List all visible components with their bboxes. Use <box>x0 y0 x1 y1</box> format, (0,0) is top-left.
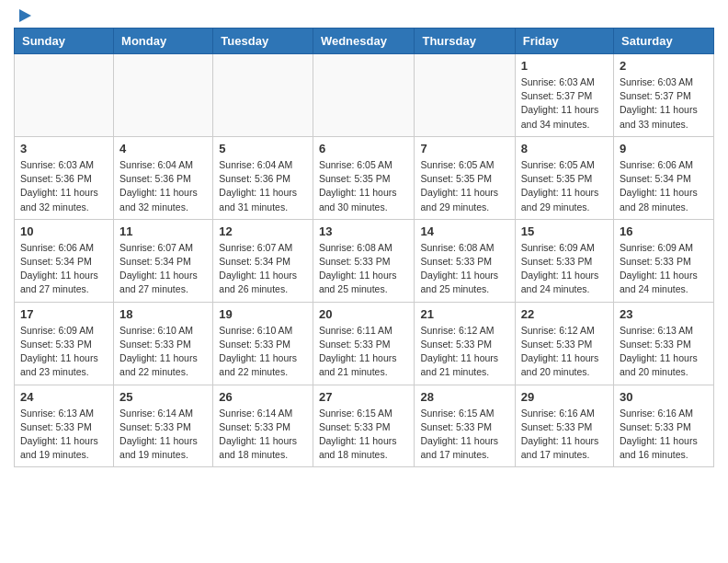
day-number: 16 <box>620 224 708 238</box>
calendar-day-cell: 12Sunrise: 6:07 AM Sunset: 5:34 PM Dayli… <box>213 219 313 302</box>
page-header <box>14 9 714 20</box>
calendar-week-row: 3Sunrise: 6:03 AM Sunset: 5:36 PM Daylig… <box>15 136 714 219</box>
day-number: 27 <box>319 390 409 404</box>
day-number: 7 <box>420 142 508 155</box>
calendar-day-cell: 3Sunrise: 6:03 AM Sunset: 5:36 PM Daylig… <box>15 136 114 219</box>
day-number: 21 <box>420 307 508 321</box>
day-info: Sunrise: 6:11 AM Sunset: 5:33 PM Dayligh… <box>319 324 409 380</box>
calendar-day-cell: 20Sunrise: 6:11 AM Sunset: 5:33 PM Dayli… <box>313 302 415 385</box>
calendar-day-cell: 29Sunrise: 6:16 AM Sunset: 5:33 PM Dayli… <box>515 385 613 467</box>
calendar-day-cell: 23Sunrise: 6:13 AM Sunset: 5:33 PM Dayli… <box>614 302 714 385</box>
logo-icon <box>15 7 31 24</box>
calendar-day-cell: 15Sunrise: 6:09 AM Sunset: 5:33 PM Dayli… <box>515 219 613 302</box>
day-info: Sunrise: 6:09 AM Sunset: 5:33 PM Dayligh… <box>620 241 708 297</box>
day-info: Sunrise: 6:14 AM Sunset: 5:33 PM Dayligh… <box>219 407 307 463</box>
calendar-day-cell: 7Sunrise: 6:05 AM Sunset: 5:35 PM Daylig… <box>415 136 515 219</box>
day-number: 17 <box>20 307 108 321</box>
calendar-week-row: 10Sunrise: 6:06 AM Sunset: 5:34 PM Dayli… <box>15 219 714 302</box>
calendar-day-cell <box>313 54 415 137</box>
day-info: Sunrise: 6:16 AM Sunset: 5:33 PM Dayligh… <box>521 407 608 463</box>
calendar-day-cell: 4Sunrise: 6:04 AM Sunset: 5:36 PM Daylig… <box>114 136 213 219</box>
day-number: 25 <box>119 390 207 404</box>
day-number: 28 <box>420 390 508 404</box>
day-number: 3 <box>20 142 108 155</box>
calendar-day-cell: 5Sunrise: 6:04 AM Sunset: 5:36 PM Daylig… <box>213 136 313 219</box>
day-info: Sunrise: 6:05 AM Sunset: 5:35 PM Dayligh… <box>420 158 508 214</box>
day-info: Sunrise: 6:16 AM Sunset: 5:33 PM Dayligh… <box>620 407 708 463</box>
weekday-header: Wednesday <box>313 29 415 54</box>
day-info: Sunrise: 6:05 AM Sunset: 5:35 PM Dayligh… <box>319 158 409 214</box>
calendar-day-cell: 19Sunrise: 6:10 AM Sunset: 5:33 PM Dayli… <box>213 302 313 385</box>
day-info: Sunrise: 6:10 AM Sunset: 5:33 PM Dayligh… <box>119 324 207 380</box>
day-number: 23 <box>620 307 708 321</box>
calendar-day-cell: 30Sunrise: 6:16 AM Sunset: 5:33 PM Dayli… <box>614 385 714 467</box>
calendar-header-row: SundayMondayTuesdayWednesdayThursdayFrid… <box>15 29 714 54</box>
calendar-day-cell: 8Sunrise: 6:05 AM Sunset: 5:35 PM Daylig… <box>515 136 613 219</box>
day-info: Sunrise: 6:12 AM Sunset: 5:33 PM Dayligh… <box>521 324 608 380</box>
calendar-day-cell: 27Sunrise: 6:15 AM Sunset: 5:33 PM Dayli… <box>313 385 415 467</box>
day-info: Sunrise: 6:09 AM Sunset: 5:33 PM Dayligh… <box>20 324 108 380</box>
calendar-week-row: 17Sunrise: 6:09 AM Sunset: 5:33 PM Dayli… <box>15 302 714 385</box>
day-number: 11 <box>119 224 207 238</box>
day-info: Sunrise: 6:06 AM Sunset: 5:34 PM Dayligh… <box>620 158 708 214</box>
day-info: Sunrise: 6:08 AM Sunset: 5:33 PM Dayligh… <box>319 241 409 297</box>
day-number: 26 <box>219 390 307 404</box>
day-info: Sunrise: 6:14 AM Sunset: 5:33 PM Dayligh… <box>119 407 207 463</box>
day-info: Sunrise: 6:07 AM Sunset: 5:34 PM Dayligh… <box>119 241 207 297</box>
day-number: 19 <box>219 307 307 321</box>
day-number: 12 <box>219 224 307 238</box>
weekday-header: Friday <box>515 29 613 54</box>
day-info: Sunrise: 6:03 AM Sunset: 5:37 PM Dayligh… <box>521 75 608 132</box>
calendar-day-cell: 26Sunrise: 6:14 AM Sunset: 5:33 PM Dayli… <box>213 385 313 467</box>
weekday-header: Sunday <box>15 29 114 54</box>
day-number: 18 <box>119 307 207 321</box>
calendar-week-row: 1Sunrise: 6:03 AM Sunset: 5:37 PM Daylig… <box>15 54 714 137</box>
svg-marker-0 <box>19 9 31 22</box>
calendar-day-cell: 28Sunrise: 6:15 AM Sunset: 5:33 PM Dayli… <box>415 385 515 467</box>
logo <box>14 9 31 20</box>
day-number: 4 <box>119 142 207 155</box>
day-info: Sunrise: 6:13 AM Sunset: 5:33 PM Dayligh… <box>20 407 108 463</box>
day-info: Sunrise: 6:03 AM Sunset: 5:37 PM Dayligh… <box>620 75 708 132</box>
calendar-day-cell: 11Sunrise: 6:07 AM Sunset: 5:34 PM Dayli… <box>114 219 213 302</box>
calendar-week-row: 24Sunrise: 6:13 AM Sunset: 5:33 PM Dayli… <box>15 385 714 467</box>
day-number: 8 <box>521 142 608 155</box>
calendar-day-cell: 13Sunrise: 6:08 AM Sunset: 5:33 PM Dayli… <box>313 219 415 302</box>
day-number: 14 <box>420 224 508 238</box>
day-number: 15 <box>521 224 608 238</box>
day-info: Sunrise: 6:15 AM Sunset: 5:33 PM Dayligh… <box>420 407 508 463</box>
day-number: 2 <box>620 59 708 73</box>
day-info: Sunrise: 6:03 AM Sunset: 5:36 PM Dayligh… <box>20 158 108 214</box>
calendar-day-cell: 2Sunrise: 6:03 AM Sunset: 5:37 PM Daylig… <box>614 54 714 137</box>
calendar-day-cell <box>114 54 213 137</box>
day-number: 6 <box>319 142 409 155</box>
calendar-day-cell: 24Sunrise: 6:13 AM Sunset: 5:33 PM Dayli… <box>15 385 114 467</box>
day-number: 24 <box>20 390 108 404</box>
day-info: Sunrise: 6:10 AM Sunset: 5:33 PM Dayligh… <box>219 324 307 380</box>
day-info: Sunrise: 6:05 AM Sunset: 5:35 PM Dayligh… <box>521 158 608 214</box>
calendar-table: SundayMondayTuesdayWednesdayThursdayFrid… <box>14 28 714 467</box>
calendar-day-cell: 6Sunrise: 6:05 AM Sunset: 5:35 PM Daylig… <box>313 136 415 219</box>
calendar-day-cell: 25Sunrise: 6:14 AM Sunset: 5:33 PM Dayli… <box>114 385 213 467</box>
weekday-header: Saturday <box>614 29 714 54</box>
day-info: Sunrise: 6:04 AM Sunset: 5:36 PM Dayligh… <box>219 158 307 214</box>
calendar-day-cell: 10Sunrise: 6:06 AM Sunset: 5:34 PM Dayli… <box>15 219 114 302</box>
calendar-day-cell: 18Sunrise: 6:10 AM Sunset: 5:33 PM Dayli… <box>114 302 213 385</box>
weekday-header: Monday <box>114 29 213 54</box>
day-number: 13 <box>319 224 409 238</box>
day-info: Sunrise: 6:04 AM Sunset: 5:36 PM Dayligh… <box>119 158 207 214</box>
day-number: 30 <box>620 390 708 404</box>
day-info: Sunrise: 6:15 AM Sunset: 5:33 PM Dayligh… <box>319 407 409 463</box>
day-info: Sunrise: 6:07 AM Sunset: 5:34 PM Dayligh… <box>219 241 307 297</box>
day-number: 22 <box>521 307 608 321</box>
calendar-day-cell: 1Sunrise: 6:03 AM Sunset: 5:37 PM Daylig… <box>515 54 613 137</box>
calendar-day-cell: 14Sunrise: 6:08 AM Sunset: 5:33 PM Dayli… <box>415 219 515 302</box>
day-number: 29 <box>521 390 608 404</box>
day-number: 1 <box>521 59 608 73</box>
calendar-day-cell: 9Sunrise: 6:06 AM Sunset: 5:34 PM Daylig… <box>614 136 714 219</box>
day-number: 9 <box>620 142 708 155</box>
calendar-day-cell <box>213 54 313 137</box>
weekday-header: Tuesday <box>213 29 313 54</box>
day-number: 5 <box>219 142 307 155</box>
calendar-day-cell <box>415 54 515 137</box>
